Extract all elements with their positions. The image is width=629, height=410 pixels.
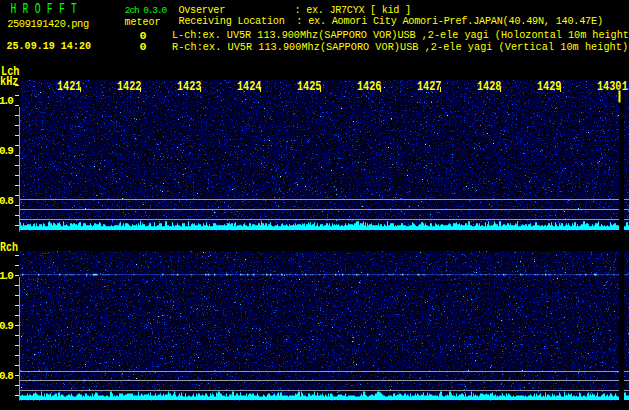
svg-text:1425: 1425 bbox=[297, 80, 322, 94]
svg-text:1423: 1423 bbox=[177, 80, 202, 94]
svg-text:R-ch:ex. UV5R 113.900Mhz(SAPPO: R-ch:ex. UV5R 113.900Mhz(SAPPORO VOR)USB… bbox=[172, 42, 628, 53]
svg-text:1422: 1422 bbox=[117, 80, 142, 94]
svg-text:8: 8 bbox=[7, 370, 14, 382]
svg-text:0: 0 bbox=[7, 270, 14, 282]
svg-text:8: 8 bbox=[7, 195, 14, 207]
svg-text:0: 0 bbox=[7, 95, 14, 107]
svg-text:Ovserver : ex. JR7C: Ovserver : ex. JR7CYX [ kid ] bbox=[179, 5, 412, 16]
svg-text:1430: 1430 bbox=[597, 80, 622, 94]
svg-text:1426: 1426 bbox=[357, 80, 382, 94]
svg-text:1421: 1421 bbox=[57, 80, 82, 94]
svg-text:9: 9 bbox=[7, 145, 14, 157]
svg-text:H R O F F T: H R O F F T bbox=[11, 1, 78, 18]
svg-text:9: 9 bbox=[7, 320, 14, 332]
svg-text:kHz: kHz bbox=[0, 75, 19, 89]
svg-text:1427: 1427 bbox=[417, 80, 442, 94]
svg-text:0: 0 bbox=[140, 40, 147, 54]
svg-text:Receiving Location : ex. Aomo: Receiving Location : ex. Aomori City Aom… bbox=[179, 16, 604, 27]
svg-text:1424: 1424 bbox=[237, 80, 262, 94]
svg-text:2ch 0.3.0: 2ch 0.3.0 bbox=[125, 5, 168, 16]
svg-text:25.09.19 14:20: 25.09.19 14:20 bbox=[7, 39, 92, 53]
svg-text:L-ch:ex. UV5R 113.900Mhz(SAPPO: L-ch:ex. UV5R 113.900Mhz(SAPPORO VOR)USB… bbox=[172, 30, 629, 41]
svg-text:1: 1 bbox=[622, 80, 628, 94]
svg-text:meteor: meteor bbox=[125, 17, 161, 28]
svg-text:1428: 1428 bbox=[477, 80, 502, 94]
svg-text:Rch: Rch bbox=[0, 241, 18, 255]
svg-text:1429: 1429 bbox=[537, 80, 562, 94]
svg-text:2509191420.png: 2509191420.png bbox=[7, 18, 89, 30]
